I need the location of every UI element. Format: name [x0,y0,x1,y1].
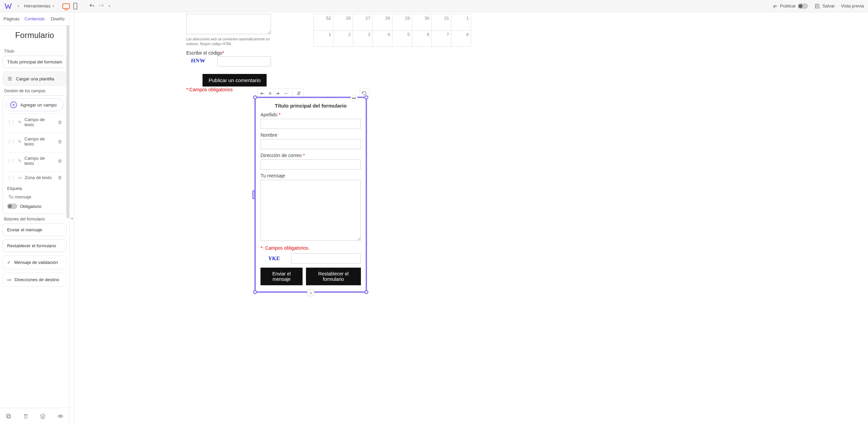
captcha-label-row: Escribir el código* [186,50,224,56]
logo-caret-icon[interactable]: ▾ [18,4,19,8]
drag-icon[interactable]: ⋮⋮ [7,175,15,180]
trash-icon[interactable]: 🗑 [58,175,62,180]
calendar-day[interactable]: 28 [373,14,392,31]
preview-button[interactable]: Vista previa [841,3,864,8]
tools-dropdown[interactable]: Herramientas ▾ [24,3,54,8]
send-button-input[interactable] [3,224,66,236]
week-number[interactable]: 52 [314,14,333,31]
form-title-input[interactable] [3,56,66,68]
reset-button-input[interactable] [3,239,66,252]
align-right-icon[interactable]: ⇥ [275,91,279,96]
form-widget[interactable]: ＋ Título principal del formulario Apelli… [254,97,367,293]
align-left-icon[interactable]: ⇤ [261,91,265,96]
collapse-handle[interactable]: ◂ [70,12,74,424]
autofit-height-icon[interactable]: ⇵ [297,91,301,96]
calendar-day[interactable]: 7 [432,31,451,47]
mensaje-label: Tu mensaje [261,173,361,178]
tab-content[interactable]: Contenido [23,12,46,25]
required-row: Obligatorio [6,201,63,211]
logo[interactable] [4,2,12,10]
comment-hint: Las direcciones web se convierten automá… [186,37,274,46]
trash-icon[interactable]: 🗑 [58,139,62,144]
redo-icon[interactable] [98,3,104,9]
calendar-day[interactable]: 2 [333,31,353,47]
history-caret-icon[interactable]: ▾ [109,4,110,8]
publish-comment-button[interactable]: Publicar un comentario [202,74,267,86]
calendar-day[interactable]: 8 [451,31,471,47]
calendar-day[interactable]: 27 [353,14,373,31]
tab-design[interactable]: Diseño [46,12,69,25]
mensaje-textarea[interactable] [261,180,361,241]
apellido-label: Apellido * [261,112,361,117]
calendar-day[interactable]: 4 [373,31,392,47]
desktop-icon[interactable] [62,3,70,9]
calendar-row: 52 26 27 28 29 30 31 1 [314,14,471,31]
week-number[interactable]: 1 [314,31,333,47]
edit-icon[interactable]: ✎ [18,139,22,144]
form-buttons: Enviar el mensaje Restablecer el formula… [261,268,361,285]
calendar-day[interactable]: 26 [333,14,353,31]
target-addresses-button[interactable]: ▭ Direcciones de destino [3,273,66,287]
form-title: Título principal del formulario [261,103,361,109]
captcha-input[interactable] [217,56,271,66]
field-item[interactable]: ⋮⋮ ✎ Campo de texto 🗑 [6,152,63,169]
apellido-input[interactable] [261,119,361,129]
email-input[interactable] [261,159,361,170]
calendar-day[interactable]: 1 [451,14,471,31]
required-toggle[interactable] [7,204,17,209]
textarea-icon[interactable]: ▭ [18,175,22,180]
comment-textarea[interactable] [186,14,271,34]
validation-message-button[interactable]: ✓ Mensaje de validación [3,255,66,269]
drag-icon[interactable]: ⋮⋮ [7,158,15,163]
topbar-right: Publicar Salvar Vista previa [772,3,864,9]
edit-icon[interactable]: ✎ [18,120,22,125]
trash-icon[interactable]: 🗑 [58,120,62,125]
add-below-button[interactable]: ＋ [307,290,314,296]
load-template-button[interactable]: Cargar una plantilla [3,72,66,86]
delete-icon[interactable] [23,413,29,419]
tab-pages[interactable]: Páginas [0,12,23,25]
layers-icon[interactable] [40,413,46,419]
add-field-button[interactable]: + Agregar un campo [6,98,63,111]
canvas[interactable]: Las direcciones web se convierten automá… [74,12,868,424]
mobile-icon[interactable] [73,3,77,9]
publish-button[interactable]: Publicar [772,3,808,9]
sidebar-scrollbar[interactable] [66,25,69,218]
edit-icon[interactable]: ✎ [18,158,22,163]
more-options-button[interactable]: ••• [351,96,358,100]
publish-label: Publicar [780,3,796,8]
fields-label: Gestión de los campos [4,89,65,93]
side-handle[interactable] [252,190,255,199]
fit-width-icon[interactable]: ↔ [284,91,288,96]
field-item[interactable]: ⋮⋮ ✎ Campo de texto 🗑 [6,113,63,131]
calendar-day[interactable]: 6 [412,31,432,47]
resize-handle-bl[interactable] [253,290,257,294]
nombre-input[interactable] [261,139,361,149]
field-item[interactable]: ⋮⋮ ▭ Zona de texto 🗑 [6,171,63,184]
panel-title: Formulario [3,26,66,46]
etiqueta-value[interactable]: Tu mensaje [6,192,63,201]
duplicate-icon[interactable] [5,413,12,419]
calendar-day[interactable]: 5 [392,31,412,47]
save-button[interactable]: Salvar [814,3,835,9]
align-center-icon[interactable]: ≡ [269,91,271,96]
calendar-day[interactable]: 31 [432,14,451,31]
calendar-day[interactable]: 29 [392,14,412,31]
calendar-day[interactable]: 3 [353,31,373,47]
drag-icon[interactable]: ⋮⋮ [7,120,15,124]
resize-handle-tr[interactable] [364,95,368,99]
trash-icon[interactable]: 🗑 [58,158,62,163]
publish-toggle[interactable] [798,3,808,9]
calendar-day[interactable]: 30 [412,14,432,31]
visibility-icon[interactable] [57,413,64,419]
form-captcha-input[interactable] [291,253,361,264]
drag-icon[interactable]: ⋮⋮ [7,139,15,144]
chevron-left-icon: ◂ [71,216,73,220]
resize-handle-br[interactable] [364,290,368,294]
form-reset-button[interactable]: Restablecer el formulario [306,268,361,285]
form-send-button[interactable]: Enviar el mensaje [261,268,303,285]
resize-handle-tl[interactable] [253,95,257,99]
undo-icon[interactable] [89,3,95,9]
required-note: *:Campos obligatorios [186,87,233,92]
field-item[interactable]: ⋮⋮ ✎ Campo de texto 🗑 [6,133,63,150]
